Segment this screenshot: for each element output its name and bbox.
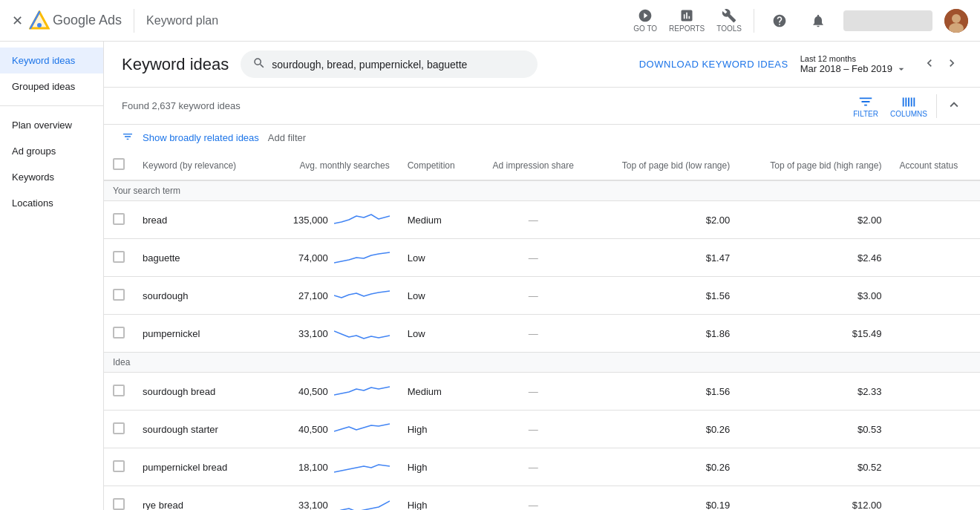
bid-high: $12.00	[739, 486, 890, 511]
account-status	[890, 486, 980, 511]
monthly-searches: 27,100	[264, 277, 399, 315]
collapse-button[interactable]	[946, 97, 962, 115]
keyword-name: baguette	[134, 239, 264, 277]
sparkline-chart	[334, 284, 390, 307]
bid-high: $2.46	[739, 239, 890, 277]
monthly-searches: 18,100	[264, 448, 399, 486]
dropdown-icon[interactable]	[895, 63, 907, 75]
avatar[interactable]	[944, 9, 968, 33]
sidebar-item-grouped-ideas[interactable]: Grouped ideas	[0, 73, 103, 99]
search-bar[interactable]	[241, 50, 538, 78]
monthly-searches: 40,500	[264, 373, 399, 411]
sidebar-item-ad-groups[interactable]: Ad groups	[0, 138, 103, 164]
row-checkbox[interactable]	[113, 498, 125, 510]
row-checkbox-cell[interactable]	[104, 277, 134, 315]
add-filter-button[interactable]: Add filter	[268, 132, 306, 143]
monthly-searches: 135,000	[264, 201, 399, 239]
sparkline-chart	[334, 380, 390, 402]
monthly-searches: 33,100	[264, 315, 399, 353]
logo-icon	[29, 10, 50, 31]
sidebar-item-locations[interactable]: Locations	[0, 190, 103, 216]
keyword-name: bread	[134, 201, 264, 239]
date-prev-button[interactable]	[919, 53, 940, 76]
col-bid-low: Top of page bid (low range)	[591, 151, 739, 180]
row-checkbox-cell[interactable]	[104, 239, 134, 277]
filter-button[interactable]: FILTER	[853, 94, 878, 118]
col-keyword: Keyword (by relevance)	[134, 151, 264, 180]
keyword-name: sourdough bread	[134, 373, 264, 411]
monthly-searches: 74,000	[264, 239, 399, 277]
keyword-name: sourdough	[134, 277, 264, 315]
bid-low: $1.86	[591, 315, 739, 353]
keyword-name: pumpernickel bread	[134, 448, 264, 486]
row-checkbox-cell[interactable]	[104, 315, 134, 353]
tools-button[interactable]: TOOLS	[716, 8, 742, 33]
sidebar-item-keywords[interactable]: Keywords	[0, 164, 103, 190]
nav-left: ✕ Google Ads Keyword plan	[12, 9, 218, 33]
competition: High	[399, 448, 475, 486]
account-status	[890, 448, 980, 486]
account-status	[890, 373, 980, 411]
search-input[interactable]	[272, 59, 526, 71]
table-row: sourdough 27,100 Low — $1.56 $3.00	[104, 277, 980, 315]
competition: High	[399, 486, 475, 511]
download-keyword-ideas-button[interactable]: DOWNLOAD KEYWORD IDEAS	[639, 59, 788, 70]
competition: Low	[399, 277, 475, 315]
row-checkbox[interactable]	[113, 460, 125, 472]
svg-point-2	[37, 23, 42, 27]
sidebar-item-plan-overview[interactable]: Plan overview	[0, 112, 103, 138]
row-checkbox[interactable]	[113, 251, 125, 263]
close-icon[interactable]: ✕	[12, 13, 23, 29]
account-bar[interactable]	[843, 10, 932, 31]
reports-button[interactable]: REPORTS	[669, 8, 705, 33]
impression-share: —	[475, 277, 591, 315]
page-header: Keyword ideas DOWNLOAD KEYWORD IDEAS Las…	[104, 42, 980, 88]
select-all-header[interactable]	[104, 151, 134, 180]
table-header-row: Keyword (by relevance) Avg. monthly sear…	[104, 151, 980, 180]
help-button[interactable]	[766, 7, 793, 34]
select-all-checkbox[interactable]	[113, 158, 125, 170]
row-checkbox[interactable]	[113, 213, 125, 225]
row-checkbox[interactable]	[113, 422, 125, 434]
impression-share: —	[475, 411, 591, 448]
account-status	[890, 411, 980, 448]
keyword-name: sourdough starter	[134, 411, 264, 448]
row-checkbox-cell[interactable]	[104, 373, 134, 411]
bid-high: $0.52	[739, 448, 890, 486]
bid-high: $2.00	[739, 201, 890, 239]
toolbar-separator	[936, 94, 937, 118]
col-bid-high: Top of page bid (high range)	[739, 151, 890, 180]
filter-bar: Found 2,637 keyword ideas FILTER COLUMNS	[104, 88, 980, 125]
impression-share: —	[475, 315, 591, 353]
sparkline-chart	[334, 246, 390, 269]
table-body: Your search term bread 135,000 Medium — …	[104, 180, 980, 510]
sidebar-item-keyword-ideas[interactable]: Keyword ideas	[0, 48, 103, 73]
account-status	[890, 315, 980, 353]
row-checkbox-cell[interactable]	[104, 486, 134, 511]
filter-row: Show broadly related ideas Add filter	[104, 125, 980, 151]
row-checkbox-cell[interactable]	[104, 448, 134, 486]
columns-button[interactable]: COLUMNS	[890, 94, 927, 118]
row-checkbox[interactable]	[113, 289, 125, 301]
row-checkbox[interactable]	[113, 385, 125, 396]
notification-button[interactable]	[805, 7, 832, 34]
bid-low: $0.26	[591, 411, 739, 448]
row-checkbox-cell[interactable]	[104, 201, 134, 239]
filter-icon	[122, 131, 134, 145]
competition: Medium	[399, 201, 475, 239]
account-status	[890, 201, 980, 239]
bid-high: $0.53	[739, 411, 890, 448]
row-checkbox[interactable]	[113, 327, 125, 339]
show-broadly-related-button[interactable]: Show broadly related ideas	[143, 132, 259, 143]
table-row: pumpernickel bread 18,100 High — $0.26 $…	[104, 448, 980, 486]
col-competition: Competition	[399, 151, 475, 180]
impression-share: —	[475, 201, 591, 239]
table-row: sourdough starter 40,500 High — $0.26 $0…	[104, 411, 980, 448]
bid-high: $15.49	[739, 315, 890, 353]
table-row: baguette 74,000 Low — $1.47 $2.46	[104, 239, 980, 277]
row-checkbox-cell[interactable]	[104, 411, 134, 448]
goto-button[interactable]: GO TO	[633, 8, 657, 33]
bid-low: $1.47	[591, 239, 739, 277]
date-next-button[interactable]	[941, 53, 962, 76]
bid-low: $2.00	[591, 201, 739, 239]
